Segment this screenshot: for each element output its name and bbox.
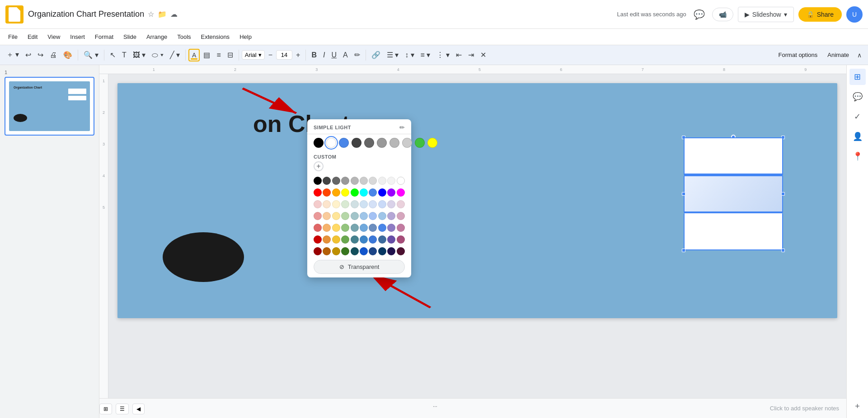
font-selector[interactable]: Arial ▾: [242, 50, 265, 60]
cp-color[interactable]: [397, 224, 405, 232]
cp-color[interactable]: [397, 212, 405, 220]
cp-color[interactable]: [360, 224, 368, 232]
star-icon[interactable]: ☆: [148, 10, 154, 19]
cp-color[interactable]: [323, 224, 331, 232]
font-size-decrease[interactable]: −: [266, 49, 275, 61]
cp-color[interactable]: [369, 224, 377, 232]
cp-color[interactable]: [341, 177, 349, 185]
transparent-button[interactable]: ⊘ Transparent: [314, 260, 405, 274]
cp-color[interactable]: [332, 177, 340, 185]
cp-preset-lightgray[interactable]: [389, 138, 399, 148]
cp-preset-gray[interactable]: [364, 138, 374, 148]
ellipse-shape[interactable]: [163, 232, 244, 282]
cp-color[interactable]: [378, 177, 386, 185]
menu-view[interactable]: View: [43, 32, 65, 42]
cp-color[interactable]: [314, 200, 322, 208]
italic-button[interactable]: I: [320, 49, 328, 61]
cloud-icon[interactable]: ☁: [170, 10, 178, 19]
cp-color[interactable]: [360, 200, 368, 208]
cp-color[interactable]: [387, 247, 395, 255]
cp-color[interactable]: [314, 224, 322, 232]
undo-button[interactable]: ↩: [23, 49, 34, 61]
menu-tools[interactable]: Tools: [173, 32, 195, 42]
line-spacing-button[interactable]: ↕ ▾: [402, 49, 417, 61]
cp-color[interactable]: [351, 212, 359, 220]
cp-color[interactable]: [332, 235, 340, 244]
toolbar-collapse-button[interactable]: ∧: [854, 50, 864, 61]
add-right-icon[interactable]: +: [849, 398, 866, 414]
cp-color[interactable]: [314, 247, 322, 255]
cp-color[interactable]: [323, 177, 331, 185]
cp-color[interactable]: [351, 235, 359, 244]
cp-color[interactable]: [323, 235, 331, 244]
cp-color[interactable]: [332, 200, 340, 208]
handle-ml[interactable]: [682, 192, 685, 196]
slideshow-button[interactable]: ▶ Slideshow ▾: [738, 7, 794, 22]
cp-color[interactable]: [360, 188, 368, 197]
text-tool[interactable]: T: [119, 49, 129, 61]
border-weight-button[interactable]: ≡: [214, 49, 223, 61]
print-button[interactable]: 🖨: [47, 49, 60, 61]
cp-color[interactable]: [378, 247, 386, 255]
org-box-bottom[interactable]: [684, 213, 783, 250]
cp-color[interactable]: [378, 188, 386, 197]
app-logo[interactable]: [5, 5, 23, 23]
list-button[interactable]: ≡ ▾: [418, 49, 433, 61]
cp-color[interactable]: [323, 212, 331, 220]
underline-button[interactable]: U: [328, 49, 339, 61]
menu-slide[interactable]: Slide: [119, 32, 141, 42]
image-tool[interactable]: 🖼 ▾: [130, 49, 148, 61]
filmstrip-view-button[interactable]: ☰: [116, 404, 129, 414]
cp-color[interactable]: [397, 200, 405, 208]
cp-preset-medgray[interactable]: [377, 138, 387, 148]
cp-preset-silver[interactable]: [402, 138, 412, 148]
format-options-button[interactable]: Format options: [774, 50, 822, 60]
cp-color[interactable]: [360, 235, 368, 244]
notes-expand-icon[interactable]: ···: [433, 403, 444, 414]
cp-preset-white-selected[interactable]: [326, 138, 336, 148]
indent-increase-button[interactable]: ⇥: [465, 49, 477, 61]
cp-color[interactable]: [351, 247, 359, 255]
cp-color[interactable]: [369, 200, 377, 208]
menu-extensions[interactable]: Extensions: [197, 32, 235, 42]
line-tool[interactable]: ╱ ▾: [167, 49, 183, 61]
zoom-button[interactable]: 🔍 ▾: [81, 49, 101, 61]
cp-color[interactable]: [314, 177, 322, 185]
slideshow-dropdown-icon[interactable]: ▾: [784, 11, 787, 18]
highlight-button[interactable]: ✏: [352, 49, 363, 61]
cp-color[interactable]: [387, 200, 395, 208]
collapse-panel-button[interactable]: ◀: [132, 404, 145, 414]
cp-color[interactable]: [387, 177, 395, 185]
cp-color[interactable]: [378, 212, 386, 220]
animate-button[interactable]: Animate: [823, 50, 854, 60]
clear-format-button[interactable]: ✕: [478, 49, 489, 61]
cp-color[interactable]: [341, 224, 349, 232]
cp-color[interactable]: [332, 224, 340, 232]
grid-view-button[interactable]: ⊞: [99, 404, 112, 414]
slides-icon[interactable]: ⊞: [849, 69, 866, 85]
cp-preset-black[interactable]: [314, 138, 324, 148]
menu-arrange[interactable]: Arrange: [142, 32, 172, 42]
notes-placeholder[interactable]: Click to add speaker notes: [770, 405, 839, 412]
cp-color[interactable]: [351, 200, 359, 208]
user-avatar[interactable]: U: [846, 6, 863, 23]
menu-format[interactable]: Format: [90, 32, 118, 42]
org-box-top[interactable]: [684, 137, 783, 175]
cp-color[interactable]: [397, 235, 405, 244]
slide-thumbnail[interactable]: Organization Chart: [5, 77, 94, 136]
border-color-button[interactable]: ▤: [201, 49, 213, 61]
cp-color[interactable]: [369, 212, 377, 220]
tasks-icon[interactable]: ✓: [849, 108, 866, 125]
font-size-increase[interactable]: +: [293, 49, 303, 61]
contacts-icon[interactable]: 👤: [849, 128, 866, 145]
menu-help[interactable]: Help: [235, 32, 256, 42]
font-size-input[interactable]: [276, 50, 292, 60]
cp-color[interactable]: [314, 212, 322, 220]
redo-button[interactable]: ↪: [35, 49, 46, 61]
bg-color-button[interactable]: A: [188, 49, 200, 61]
align-button[interactable]: ☰ ▾: [384, 49, 401, 61]
cp-color[interactable]: [369, 235, 377, 244]
cp-color[interactable]: [323, 247, 331, 255]
cp-color[interactable]: [378, 224, 386, 232]
cp-preset-yellow[interactable]: [427, 138, 437, 148]
